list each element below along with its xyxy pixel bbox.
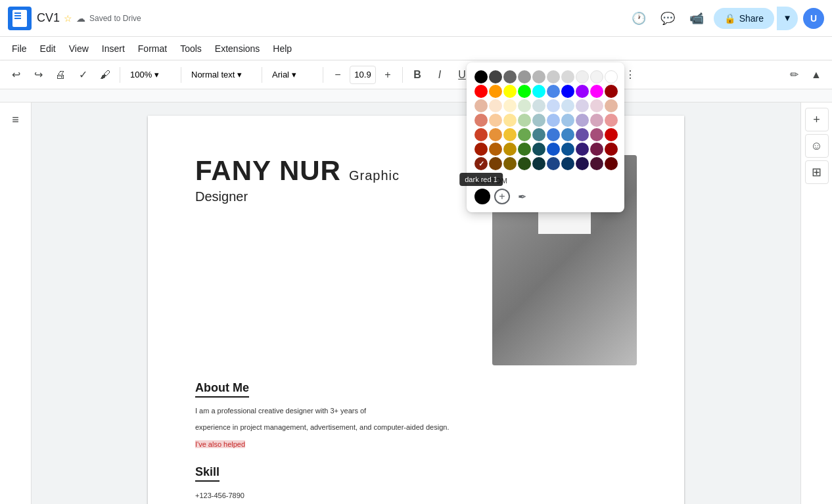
- italic-btn[interactable]: I: [429, 64, 450, 85]
- color-cyan[interactable]: [532, 85, 545, 98]
- color-green-3[interactable]: [518, 114, 531, 127]
- style-select[interactable]: Normal text ▾: [185, 64, 258, 85]
- color-dark-gray-2[interactable]: [518, 70, 531, 83]
- star-icon[interactable]: ☆: [64, 13, 72, 24]
- color-cornflower-blue[interactable]: [547, 85, 560, 98]
- print-btn[interactable]: 🖨: [50, 64, 71, 85]
- redo-btn[interactable]: ↪: [28, 64, 49, 85]
- share-button[interactable]: 🔒 Share: [714, 8, 774, 29]
- user-avatar[interactable]: U: [803, 8, 824, 29]
- color-white[interactable]: [605, 70, 618, 83]
- color-light-gray-3[interactable]: [561, 70, 574, 83]
- color-light-blue[interactable]: [561, 99, 574, 112]
- color-orange-2[interactable]: [489, 128, 502, 141]
- font-size-decrease[interactable]: −: [327, 64, 348, 85]
- color-magenta-2[interactable]: [590, 128, 603, 141]
- font-size-input[interactable]: [350, 66, 376, 84]
- menu-extensions[interactable]: Extensions: [208, 41, 266, 57]
- menu-help[interactable]: Help: [266, 41, 298, 57]
- color-dark-teal[interactable]: [532, 157, 545, 170]
- color-light-gray-1[interactable]: [590, 70, 603, 83]
- color-dark-cornflower[interactable]: [547, 157, 560, 170]
- color-orange[interactable]: [489, 85, 502, 98]
- color-light-red2[interactable]: [605, 99, 618, 112]
- color-purple-3[interactable]: [576, 114, 589, 127]
- color-light-gray-2[interactable]: [576, 70, 589, 83]
- color-dark-gray-4[interactable]: [489, 70, 502, 83]
- collapse-btn[interactable]: ▲: [806, 64, 827, 85]
- eyedropper-btn[interactable]: ✒: [514, 189, 530, 204]
- menu-format[interactable]: Format: [131, 41, 173, 57]
- menu-edit[interactable]: Edit: [34, 41, 62, 57]
- color-magenta-1[interactable]: [590, 143, 603, 156]
- color-light-orange[interactable]: [489, 99, 502, 112]
- paint-format-btn[interactable]: 🖌: [95, 64, 116, 85]
- color-dark-gray-3[interactable]: [503, 70, 517, 83]
- meet-btn[interactable]: 📹: [685, 7, 708, 30]
- color-purple-2[interactable]: [576, 128, 589, 141]
- undo-btn[interactable]: ↩: [5, 64, 26, 85]
- document-area[interactable]: FANY NUR Graphic Designer About Me I am …: [32, 103, 800, 504]
- add-note-btn[interactable]: +: [805, 108, 829, 131]
- color-orange-3[interactable]: [489, 114, 502, 127]
- color-dark-orange[interactable]: [489, 157, 502, 170]
- spellcheck-btn[interactable]: ✓: [72, 64, 93, 85]
- color-purple[interactable]: [576, 85, 589, 98]
- comments-btn[interactable]: 💬: [656, 7, 680, 30]
- color-red[interactable]: [474, 85, 488, 98]
- color-light-purple[interactable]: [576, 99, 589, 112]
- color-red2-2[interactable]: [605, 128, 618, 141]
- color-purple-1[interactable]: [576, 143, 589, 156]
- color-teal-3[interactable]: [532, 114, 545, 127]
- color-green[interactable]: [518, 85, 531, 98]
- share-dropdown[interactable]: ▼: [777, 7, 798, 30]
- outline-icon[interactable]: ≡: [4, 108, 28, 131]
- color-teal-1[interactable]: [532, 143, 545, 156]
- color-dark-gray-1[interactable]: [532, 70, 545, 83]
- edit-pen-btn[interactable]: ✏: [783, 64, 804, 85]
- color-darkest-red[interactable]: [605, 157, 618, 170]
- color-dark-blue[interactable]: [561, 157, 574, 170]
- color-yellow-2[interactable]: [503, 128, 517, 141]
- menu-view[interactable]: View: [62, 41, 95, 57]
- color-blue[interactable]: [561, 85, 574, 98]
- color-light-red-berry[interactable]: [474, 99, 488, 112]
- color-dark-purple[interactable]: [576, 157, 589, 170]
- font-select[interactable]: Arial ▾: [266, 64, 319, 85]
- menu-insert[interactable]: Insert: [95, 41, 131, 57]
- font-size-increase[interactable]: +: [377, 64, 398, 85]
- color-red-3[interactable]: [474, 114, 488, 127]
- color-red-1[interactable]: [474, 143, 488, 156]
- color-yellow-1[interactable]: [503, 143, 517, 156]
- menu-file[interactable]: File: [5, 41, 34, 57]
- color-red-2[interactable]: [474, 128, 488, 141]
- color-magenta[interactable]: [590, 85, 603, 98]
- color-dark-yellow[interactable]: [503, 157, 517, 170]
- color-gray[interactable]: [547, 70, 560, 83]
- color-yellow-3[interactable]: [503, 114, 517, 127]
- color-blue-1[interactable]: [561, 143, 574, 156]
- color-yellow[interactable]: [503, 85, 517, 98]
- color-teal-2[interactable]: [532, 128, 545, 141]
- bold-btn[interactable]: B: [407, 64, 428, 85]
- color-dark-red-1[interactable]: [474, 157, 488, 170]
- color-orange-1[interactable]: [489, 143, 502, 156]
- color-blue-2[interactable]: [561, 128, 574, 141]
- color-light-green[interactable]: [518, 99, 531, 112]
- color-green-2[interactable]: [518, 128, 531, 141]
- color-light-yellow[interactable]: [503, 99, 517, 112]
- custom-color-swatch[interactable]: [474, 189, 490, 204]
- add-custom-color-btn[interactable]: +: [494, 189, 510, 204]
- template-btn[interactable]: ⊞: [805, 160, 829, 184]
- color-dark-green[interactable]: [518, 157, 531, 170]
- color-light-magenta[interactable]: [590, 99, 603, 112]
- color-cornflower-1[interactable]: [547, 143, 560, 156]
- color-light-cornflower[interactable]: [547, 99, 560, 112]
- menu-tools[interactable]: Tools: [173, 41, 208, 57]
- color-red2-3[interactable]: [605, 114, 618, 127]
- color-magenta-3[interactable]: [590, 114, 603, 127]
- emoji-btn[interactable]: ☺: [805, 134, 829, 158]
- color-cornflower-2[interactable]: [547, 128, 560, 141]
- color-blue-3[interactable]: [561, 114, 574, 127]
- color-dark-magenta[interactable]: [590, 157, 603, 170]
